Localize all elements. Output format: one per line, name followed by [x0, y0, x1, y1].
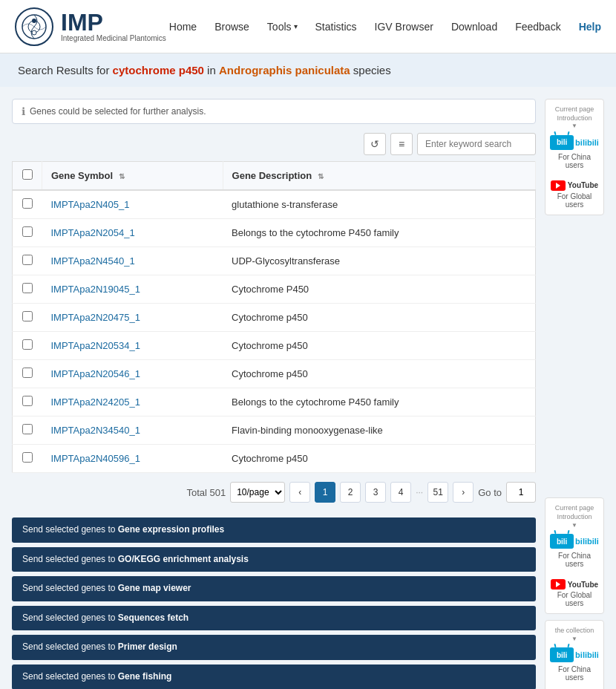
col-gene-symbol: Gene Symbol ⇅ — [42, 162, 223, 191]
row-checkbox-2[interactable] — [22, 255, 33, 265]
info-icon: ℹ — [22, 105, 25, 117]
gene-description-cell: Cytochrome p450 — [223, 304, 535, 332]
gene-symbol-cell: IMPTApa2N405_1 — [42, 190, 223, 219]
nav-tools[interactable]: Tools ▾ — [267, 21, 298, 33]
row-checkbox-5[interactable] — [22, 339, 33, 350]
gene-symbol-sort-icon[interactable]: ⇅ — [119, 172, 125, 180]
bilibili-brand-1: bilibili — [575, 138, 599, 147]
svg-point-3 — [32, 30, 36, 35]
youtube-widget-2[interactable]: YouTube — [550, 579, 599, 590]
table-row: IMPTApa2N20475_1 Cytochrome p450 — [13, 304, 536, 332]
gene-link-2[interactable]: IMPTApa2N4540_1 — [51, 255, 135, 267]
gene-link-3[interactable]: IMPTApa2N19045_1 — [51, 284, 140, 295]
row-checkbox-cell — [13, 360, 42, 388]
next-page-btn[interactable]: › — [453, 482, 474, 503]
bilibili-logo-1: bili bilibili — [550, 135, 599, 150]
widget1-dropdown-icon: ▼ — [550, 123, 599, 130]
action-primer-design[interactable]: Send selected genes to Primer design — [12, 635, 536, 660]
table-row: IMPTApa2N40596_1 Cytochrome p450 — [13, 445, 536, 473]
header: IMP Integrated Medicinal Plantomics Home… — [0, 0, 616, 53]
bilibili-tv-icon-3: bili — [550, 647, 574, 662]
gene-symbol-cell: IMPTApa2N4540_1 — [42, 247, 223, 275]
page-3-btn[interactable]: 3 — [365, 482, 386, 503]
keyword-search-input[interactable] — [417, 133, 536, 155]
nav-browse[interactable]: Browse — [214, 21, 249, 33]
row-checkbox-7[interactable] — [22, 396, 33, 406]
refresh-button[interactable]: ↺ — [364, 133, 386, 155]
table-toolbar: ↺ ≡ — [12, 133, 536, 155]
gene-link-8[interactable]: IMPTApa2N34540_1 — [51, 425, 140, 436]
search-suffix: species — [350, 64, 391, 76]
gene-symbol-cell: IMPTApa2N20534_1 — [42, 332, 223, 360]
nav-feedback[interactable]: Feedback — [515, 21, 560, 33]
row-checkbox-cell — [13, 247, 42, 275]
nav-home[interactable]: Home — [169, 21, 197, 33]
table-row: IMPTApa2N4540_1 UDP-Glycosyltransferase — [13, 247, 536, 275]
widget2-title: Current page Introduction ▼ — [550, 504, 599, 529]
row-checkbox-1[interactable] — [22, 226, 33, 237]
table-row: IMPTApa2N19045_1 Cytochrome P450 — [13, 275, 536, 304]
action-buttons: Send selected genes to Gene expression p… — [12, 509, 536, 689]
row-checkbox-8[interactable] — [22, 424, 33, 434]
gene-description-cell: Cytochrome P450 — [223, 275, 535, 304]
widget2-dropdown-icon: ▼ — [550, 522, 599, 529]
gene-description-cell: glutathione s-transferase — [223, 190, 535, 219]
nav-igv-browser[interactable]: IGV Browser — [375, 21, 433, 33]
gene-symbol-cell: IMPTApa2N2054_1 — [42, 219, 223, 247]
gene-description-cell: Belongs to the cytochrome P450 family — [223, 388, 535, 417]
row-checkbox-3[interactable] — [22, 283, 33, 293]
page-last-btn[interactable]: 51 — [427, 482, 448, 503]
columns-button[interactable]: ≡ — [390, 133, 413, 155]
global-label-1: For Global users — [550, 192, 599, 209]
gene-link-1[interactable]: IMPTApa2N2054_1 — [51, 227, 135, 238]
page-1-btn[interactable]: 1 — [315, 482, 335, 503]
table-row: IMPTApa2N2054_1 Belongs to the cytochrom… — [13, 219, 536, 247]
gene-link-5[interactable]: IMPTApa2N20534_1 — [51, 340, 140, 351]
gene-link-0[interactable]: IMPTApa2N405_1 — [51, 199, 130, 210]
site-title: IMP — [61, 10, 166, 34]
row-checkbox-0[interactable] — [22, 198, 33, 209]
sidebar-widget-1: Current page Introduction ▼ bili bilibil… — [545, 99, 604, 215]
prev-page-btn[interactable]: ‹ — [289, 482, 310, 503]
per-page-select[interactable]: 10/page 20/page 50/page — [230, 482, 285, 503]
gene-link-9[interactable]: IMPTApa2N40596_1 — [51, 453, 140, 464]
row-checkbox-6[interactable] — [22, 368, 33, 378]
page-4-btn[interactable]: 4 — [390, 482, 411, 503]
svg-point-2 — [32, 19, 36, 23]
goto-input[interactable] — [506, 482, 536, 503]
table-row: IMPTApa2N20546_1 Cytochrome p450 — [13, 360, 536, 388]
action-gene-expression[interactable]: Send selected genes to Gene expression p… — [12, 517, 536, 543]
sidebar: Current page Introduction ▼ bili bilibil… — [545, 99, 604, 689]
action-go-kegg[interactable]: Send selected genes to GO/KEGG enrichmen… — [12, 547, 536, 572]
youtube-icon-2 — [551, 579, 566, 590]
site-subtitle: Integrated Medicinal Plantomics — [61, 34, 166, 42]
gene-description-sort-icon[interactable]: ⇅ — [318, 172, 324, 180]
table-row: IMPTApa2N20534_1 Cytochrome p450 — [13, 332, 536, 360]
nav-download[interactable]: Download — [451, 21, 497, 33]
action-sequences-fetch[interactable]: Send selected genes to Sequences fetch — [12, 606, 536, 631]
youtube-widget-1[interactable]: YouTube — [550, 180, 599, 191]
nav-help[interactable]: Help — [579, 21, 601, 33]
gene-symbol-cell: IMPTApa2N20475_1 — [42, 304, 223, 332]
gene-link-6[interactable]: IMPTApa2N20546_1 — [51, 368, 140, 379]
action-gene-map[interactable]: Send selected genes to Gene map viewer — [12, 576, 536, 601]
page-2-btn[interactable]: 2 — [340, 482, 361, 503]
nav-statistics[interactable]: Statistics — [315, 21, 357, 33]
total-count: Total 501 — [186, 487, 226, 498]
select-all-checkbox[interactable] — [22, 169, 33, 180]
gene-link-7[interactable]: IMPTApa2N24205_1 — [51, 396, 140, 408]
row-checkbox-4[interactable] — [22, 311, 33, 321]
global-label-2: For Global users — [550, 591, 599, 607]
search-query: cytochrome p450 — [113, 64, 204, 76]
row-checkbox-9[interactable] — [22, 452, 33, 463]
action-gene-fishing[interactable]: Send selected genes to Gene fishing — [12, 664, 536, 689]
gene-symbol-cell: IMPTApa2N19045_1 — [42, 275, 223, 304]
gene-table: Gene Symbol ⇅ Gene Description ⇅ IMPTApa… — [12, 161, 536, 473]
logo-area: IMP Integrated Medicinal Plantomics — [15, 7, 166, 46]
page-dots: ··· — [416, 487, 423, 497]
search-prefix: Search Results for — [18, 64, 113, 76]
table-body: IMPTApa2N405_1 glutathione s-transferase… — [13, 190, 536, 473]
gene-link-4[interactable]: IMPTApa2N20475_1 — [51, 312, 140, 323]
table-row: IMPTApa2N34540_1 Flavin-binding monooxyg… — [13, 417, 536, 445]
widget3-title: the collection ▼ — [550, 627, 599, 643]
